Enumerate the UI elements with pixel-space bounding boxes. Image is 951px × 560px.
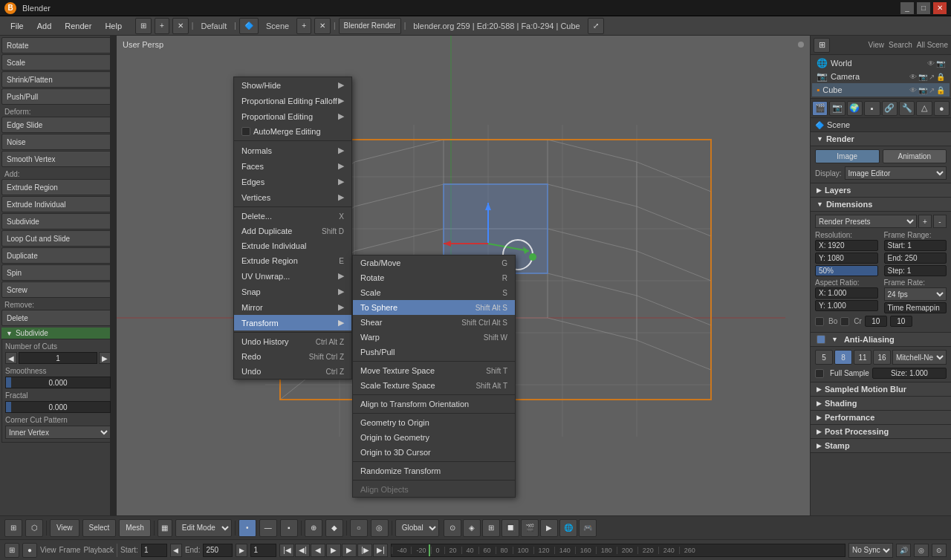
motion-blur-header[interactable]: ▶ Sampled Motion Blur	[811, 382, 951, 397]
view-menu-btn[interactable]: View	[50, 519, 79, 537]
transport-next-frame[interactable]: ▶	[342, 544, 357, 557]
view3-btn[interactable]: 🔲	[502, 519, 519, 537]
menu-help[interactable]: Help	[99, 20, 128, 32]
sub-origin-to-cursor[interactable]: Origin to 3D Cursor	[353, 445, 515, 460]
aa-5[interactable]: 5	[815, 350, 833, 365]
layout-close[interactable]: ✕	[172, 18, 189, 34]
mirror-btn[interactable]: ⊞	[482, 519, 500, 537]
shading-header[interactable]: ▶ Shading	[811, 397, 951, 411]
sync-select[interactable]: No Sync	[848, 543, 893, 558]
snap-magnet-btn[interactable]: ⊕	[305, 519, 322, 537]
maximize-button[interactable]: □	[917, 2, 930, 14]
scene-icon[interactable]: 🔷	[239, 18, 259, 34]
transport-prev-frame[interactable]: ◀	[311, 544, 325, 557]
full-sample-checkbox[interactable]	[815, 369, 824, 378]
ctx-vertices[interactable]: Vertices▶	[234, 189, 351, 205]
snap-type-btn[interactable]: ◆	[325, 519, 343, 537]
ctx-add-duplicate[interactable]: Add DuplicateShift D	[234, 224, 351, 238]
transport-play[interactable]: ▶	[326, 544, 341, 557]
bo-checkbox[interactable]	[815, 317, 824, 326]
cam-render-icon[interactable]: 📷	[918, 73, 927, 81]
anim-btn2[interactable]: ▶	[540, 519, 558, 537]
aa-section-header[interactable]: ▼ Anti-Aliasing	[811, 333, 951, 347]
ctx-normals[interactable]: Normals▶	[234, 143, 351, 158]
aa-11[interactable]: 11	[854, 350, 872, 365]
render-btn2[interactable]: 🎬	[521, 519, 539, 537]
layer-btn[interactable]: ◈	[463, 519, 481, 537]
aa-8[interactable]: 8	[834, 350, 852, 365]
ctx-automerge[interactable]: AutoMerge Editing	[234, 124, 351, 139]
ctx-extrude-individual[interactable]: Extrude Individual	[234, 238, 351, 253]
viewport[interactable]: User Persp	[117, 36, 810, 515]
delete-btn[interactable]: Delete	[1, 310, 114, 326]
cam-eye-icon[interactable]: 👁	[909, 73, 917, 81]
image-render-btn[interactable]: Image	[815, 149, 880, 163]
view-type-btn[interactable]: ⊞	[4, 519, 22, 537]
rp-outliner-icon[interactable]: ⊞	[814, 38, 830, 53]
frame-rate-select[interactable]: 24 fps	[884, 287, 947, 301]
close-button[interactable]: ✕	[933, 2, 947, 14]
noise-btn[interactable]: Noise	[1, 134, 114, 150]
res-x-input[interactable]: X: 1920	[815, 240, 878, 251]
display-select[interactable]: Image Editor	[845, 166, 947, 180]
edge-select-btn[interactable]: —	[259, 519, 277, 537]
tl-type-icon[interactable]: ⊞	[4, 543, 19, 558]
sub-scale-tex-space[interactable]: Scale Texture SpaceShift Alt T	[353, 378, 515, 393]
sub-rotate[interactable]: RotateR	[353, 270, 515, 285]
subdivide-panel-header[interactable]: ▼ Subdivide	[1, 328, 114, 339]
render-section-header[interactable]: ▼ Render	[811, 132, 951, 146]
view-icon-btn[interactable]: ⬡	[25, 519, 43, 537]
scene-btn2[interactable]: 🌐	[559, 519, 577, 537]
remap-new[interactable]: 10	[890, 316, 912, 327]
transform-orient-select[interactable]: Global	[395, 519, 439, 537]
prop-modifier-icon[interactable]: 🔧	[899, 101, 915, 116]
prop-object-icon[interactable]: ▪	[864, 101, 880, 116]
game-btn[interactable]: 🎮	[579, 519, 597, 537]
scene-add[interactable]: +	[296, 18, 311, 34]
ctx-transform[interactable]: Transform▶	[234, 315, 351, 331]
sub-randomize[interactable]: Randomize Transform	[353, 463, 515, 478]
minimize-button[interactable]: _	[900, 2, 914, 14]
time-remapping[interactable]: Time Remappin	[884, 302, 947, 313]
post-processing-header[interactable]: ▶ Post Processing	[811, 425, 951, 439]
cube-select-icon[interactable]: ↗	[929, 86, 935, 94]
layers-section-header[interactable]: ▶ Layers	[811, 183, 951, 198]
smoothness-slider[interactable]: 0.000	[5, 377, 111, 388]
edit-mode-icon[interactable]: ▦	[158, 519, 172, 537]
prop-data-icon[interactable]: △	[916, 101, 932, 116]
rotate-btn[interactable]: Rotate	[1, 37, 114, 53]
prop-constraint-icon[interactable]: 🔗	[882, 101, 898, 116]
fractal-slider[interactable]: 0.000	[5, 401, 111, 413]
ctx-delete[interactable]: Delete...X	[234, 209, 351, 224]
shrink-flatten-btn[interactable]: Shrink/Flatten	[1, 71, 114, 88]
screw-btn[interactable]: Screw	[1, 281, 114, 298]
scale-btn[interactable]: Scale	[1, 54, 114, 71]
remap-old[interactable]: 10	[865, 316, 887, 327]
outliner-cube[interactable]: ▪ Cube 👁 📷 ↗ 🔒	[812, 83, 950, 97]
spin-btn[interactable]: Spin	[1, 264, 114, 281]
frame-start-input[interactable]: Start: 1	[884, 240, 947, 251]
tl-current-frame[interactable]	[250, 544, 276, 557]
ctx-show-hide[interactable]: Show/Hide▶	[234, 77, 351, 93]
outliner-world[interactable]: 🌐 World 👁 📷	[812, 56, 950, 70]
sub-shear[interactable]: ShearShift Ctrl Alt S	[353, 315, 515, 330]
menu-file[interactable]: File	[4, 20, 30, 32]
ctx-undo-history[interactable]: Undo HistoryCtrl Alt Z	[234, 334, 351, 349]
aa-size-input[interactable]: Size: 1.000	[872, 368, 947, 379]
transport-start[interactable]: |◀	[279, 544, 294, 557]
sub-to-sphere[interactable]: To SphereShift Alt S	[353, 300, 515, 315]
render-presets-select[interactable]: Render Presets	[815, 215, 917, 228]
sub-geo-to-origin[interactable]: Geometry to Origin	[353, 415, 515, 430]
world-eye-icon[interactable]: 👁	[927, 59, 935, 68]
presets-add-btn[interactable]: +	[918, 215, 932, 228]
corner-cut-select[interactable]: Inner Vertex	[5, 426, 111, 439]
duplicate-btn[interactable]: Duplicate	[1, 247, 114, 264]
timeline-ruler[interactable]: -40 -20 0 20 40 60 80 100 120 140 160 18…	[391, 544, 845, 557]
prop-scene-icon[interactable]: 📷	[829, 101, 845, 116]
fullscreen-btn[interactable]: ⤢	[588, 18, 604, 34]
sub-grab-move[interactable]: Grab/MoveG	[353, 255, 515, 270]
cam-select-icon[interactable]: ↗	[929, 73, 935, 81]
face-select-btn[interactable]: ▪	[280, 519, 298, 537]
renderer-btn[interactable]: Blender Render	[339, 18, 401, 34]
ctx-undo[interactable]: UndoCtrl Z	[234, 364, 351, 379]
